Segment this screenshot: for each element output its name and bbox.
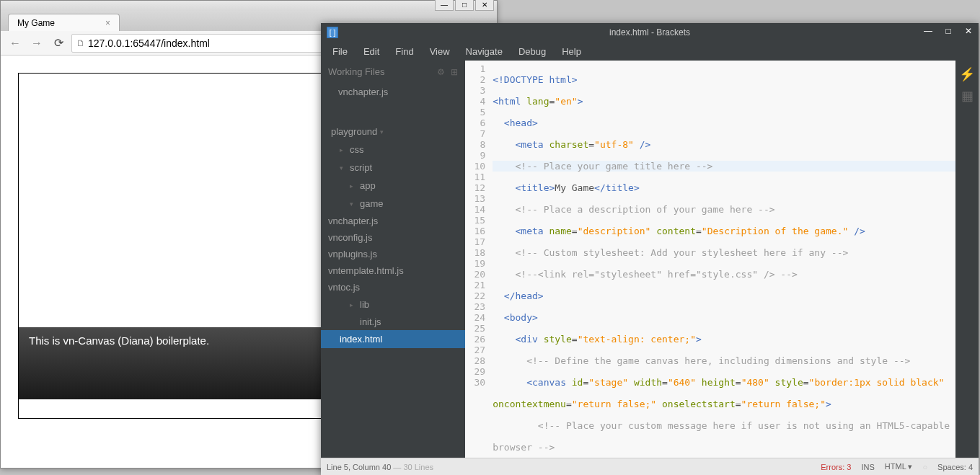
working-files-header: Working Files ⚙ ⊞ [321,61,465,83]
menu-edit[interactable]: Edit [356,43,387,60]
file-item[interactable]: init.js [321,314,465,330]
status-bar: Line 5, Column 40 — 30 Lines Errors: 3 I… [321,458,979,475]
brackets-logo-icon: [ ] [327,27,338,38]
back-button[interactable]: ← [6,35,24,52]
file-item[interactable]: vntoc.js [321,279,465,296]
gear-icon[interactable]: ⚙ [437,67,445,77]
status-circle-icon[interactable]: ○ [922,463,927,471]
close-tab-icon[interactable]: × [105,18,110,28]
chrome-titlebar: — □ ✕ [1,1,497,11]
page-icon: 🗋 [76,38,85,48]
menu-navigate[interactable]: Navigate [459,43,510,60]
close-button[interactable]: ✕ [475,0,494,11]
folder-script[interactable]: ▾script [321,159,465,177]
menu-view[interactable]: View [423,43,457,60]
file-item[interactable]: vnplugins.js [321,246,465,262]
maximize-button[interactable]: □ [455,0,474,11]
file-item[interactable]: vnchapter.js [321,213,465,229]
errors-indicator[interactable]: Errors: 3 [821,463,851,471]
sidebar: Working Files ⚙ ⊞ vnchapter.js playgroun… [321,61,465,458]
file-item[interactable]: vntemplate.html.js [321,262,465,279]
menu-find[interactable]: Find [388,43,420,60]
chevron-down-icon: ▾ [340,164,347,172]
tab-title: My Game [17,18,55,28]
menu-help[interactable]: Help [555,43,588,60]
file-item[interactable]: vnconfig.js [321,229,465,246]
browser-tab[interactable]: My Game × [8,14,120,31]
reload-button[interactable]: ⟳ [50,35,67,52]
chevron-right-icon: ▸ [350,182,357,190]
chevron-right-icon: ▸ [340,146,347,154]
chevron-down-icon: ▾ [380,128,387,136]
split-icon[interactable]: ⊞ [451,67,458,77]
menu-file[interactable]: File [325,43,355,60]
brackets-menubar: File Edit Find View Navigate Debug Help [321,42,979,61]
code-content[interactable]: <!DOCTYPE html> <html lang="en"> <head> … [493,61,955,458]
maximize-button[interactable]: □ [938,23,958,39]
code-editor[interactable]: 123456789101112131415 16 17 18 192021222… [465,61,955,458]
project-root[interactable]: playground ▾ [321,123,465,141]
line-gutter: 123456789101112131415 16 17 18 192021222… [465,61,493,458]
chevron-down-icon: ▾ [350,200,357,208]
indent-mode[interactable]: Spaces: 4 [937,463,973,471]
cursor-position: Line 5, Column 40 — 30 Lines [327,463,433,471]
folder-css[interactable]: ▸css [321,141,465,159]
extensions-icon[interactable]: ▦ [959,88,975,101]
folder-app[interactable]: ▸app [321,177,465,195]
window-title: index.html - Brackets [609,27,690,37]
brackets-window: [ ] index.html - Brackets — □ ✕ File Edi… [321,23,979,475]
folder-lib[interactable]: ▸lib [321,296,465,314]
minimize-button[interactable]: — [918,23,938,39]
insert-mode[interactable]: INS [861,463,874,471]
live-preview-icon[interactable]: ⚡ [959,66,975,79]
url-text: 127.0.0.1:65447/index.html [88,37,210,49]
chevron-right-icon: ▸ [350,301,357,308]
brackets-titlebar: [ ] index.html - Brackets — □ ✕ [321,23,979,42]
folder-game[interactable]: ▾game [321,195,465,213]
menu-debug[interactable]: Debug [511,43,553,60]
minimize-button[interactable]: — [435,0,454,11]
forward-button[interactable]: → [28,35,45,52]
working-file-item[interactable]: vnchapter.js [321,83,465,101]
right-toolbar: ⚡ ▦ [955,61,979,458]
file-item-active[interactable]: index.html [321,330,465,348]
language-mode[interactable]: HTML ▾ [885,462,913,471]
close-button[interactable]: ✕ [958,23,979,39]
